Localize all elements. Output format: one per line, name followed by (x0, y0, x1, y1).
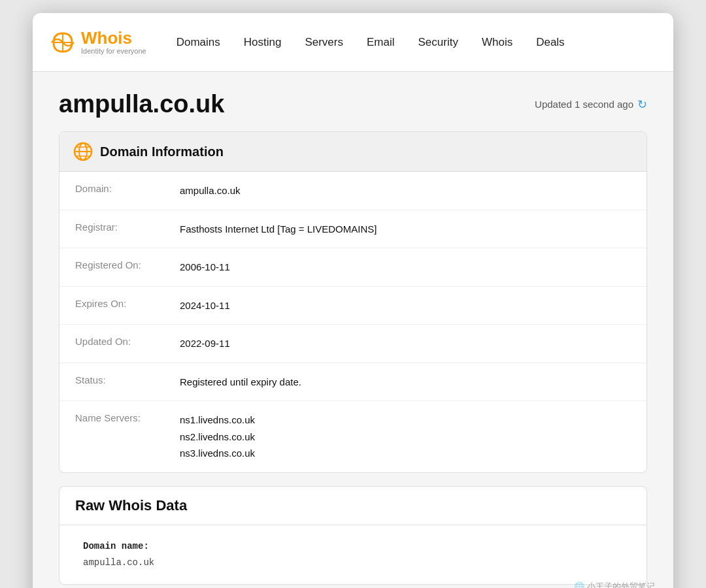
ns2: ns2.livedns.co.uk (180, 431, 255, 442)
page-header: ampulla.co.uk Updated 1 second ago ↻ (59, 90, 647, 118)
nav-item-servers[interactable]: Servers (295, 36, 352, 49)
value-registered-on: 2006-10-11 (180, 259, 230, 276)
nav-item-deals[interactable]: Deals (527, 36, 573, 49)
label-updated-on: Updated On: (75, 335, 180, 347)
nav-link-whois[interactable]: Whois (473, 31, 522, 54)
navigation: Whois Identity for everyone Domains Host… (33, 13, 673, 72)
nav-item-security[interactable]: Security (409, 36, 467, 49)
domain-title: ampulla.co.uk (59, 90, 224, 118)
ns1: ns1.livedns.co.uk (180, 414, 255, 425)
nav-item-domains[interactable]: Domains (167, 36, 229, 49)
table-row: Registrar: Fasthosts Internet Ltd [Tag =… (59, 210, 647, 249)
value-domain: ampulla.co.uk (180, 182, 241, 199)
raw-whois-body: Domain name: ampulla.co.uk (59, 525, 647, 584)
logo[interactable]: Whois Identity for everyone (48, 28, 146, 57)
label-registrar: Registrar: (75, 221, 180, 233)
logo-subtitle: Identity for everyone (81, 48, 146, 55)
nav-link-servers[interactable]: Servers (295, 31, 352, 54)
table-row: Domain: ampulla.co.uk (59, 172, 647, 210)
nav-item-hosting[interactable]: Hosting (235, 36, 291, 49)
nav-item-whois[interactable]: Whois (473, 36, 522, 49)
nav-item-email[interactable]: Email (358, 36, 404, 49)
ns3: ns3.livedns.co.uk (180, 448, 255, 459)
updated-text: Updated 1 second ago (535, 99, 633, 110)
card-body: Domain: ampulla.co.uk Registrar: Fasthos… (59, 172, 647, 472)
www-icon (73, 141, 93, 162)
main-content: ampulla.co.uk Updated 1 second ago ↻ (33, 72, 673, 588)
nav-link-deals[interactable]: Deals (527, 31, 573, 54)
card-header: Domain Information (59, 132, 647, 172)
nav-link-hosting[interactable]: Hosting (235, 31, 291, 54)
label-name-servers: Name Servers: (75, 412, 180, 423)
value-registrar: Fasthosts Internet Ltd [Tag = LIVEDOMAIN… (180, 221, 377, 238)
raw-whois-header: Raw Whois Data (59, 487, 647, 525)
label-domain: Domain: (75, 182, 180, 194)
logo-icon (48, 28, 77, 57)
label-status: Status: (75, 374, 180, 385)
value-name-servers: ns1.livedns.co.uk ns2.livedns.co.uk ns3.… (180, 412, 255, 462)
label-expires-on: Expires On: (75, 297, 180, 309)
value-status: Registered until expiry date. (180, 374, 301, 391)
table-row: Name Servers: ns1.livedns.co.uk ns2.live… (59, 401, 647, 472)
table-row: Status: Registered until expiry date. (59, 363, 647, 402)
table-row: Updated On: 2022-09-11 (59, 325, 647, 363)
value-expires-on: 2024-10-11 (180, 297, 230, 314)
logo-title: Whois (81, 29, 146, 46)
value-updated-on: 2022-09-11 (180, 335, 230, 352)
nav-link-security[interactable]: Security (409, 31, 467, 54)
nav-link-domains[interactable]: Domains (167, 31, 229, 54)
raw-whois-title: Raw Whois Data (75, 497, 187, 514)
card-header-title: Domain Information (100, 144, 224, 159)
nav-link-email[interactable]: Email (358, 31, 404, 54)
nav-links: Domains Hosting Servers Email Security W… (167, 36, 574, 49)
domain-info-card: Domain Information Domain: ampulla.co.uk… (59, 131, 647, 473)
raw-domain-value: ampulla.co.uk (83, 557, 154, 568)
raw-domain-label: Domain name: (83, 541, 149, 551)
refresh-icon[interactable]: ↻ (637, 97, 647, 112)
table-row: Expires On: 2024-10-11 (59, 287, 647, 325)
raw-whois-card: Raw Whois Data Domain name: ampulla.co.u… (59, 486, 647, 585)
updated-info: Updated 1 second ago ↻ (535, 97, 647, 112)
label-registered-on: Registered On: (75, 259, 180, 270)
table-row: Registered On: 2006-10-11 (59, 248, 647, 287)
